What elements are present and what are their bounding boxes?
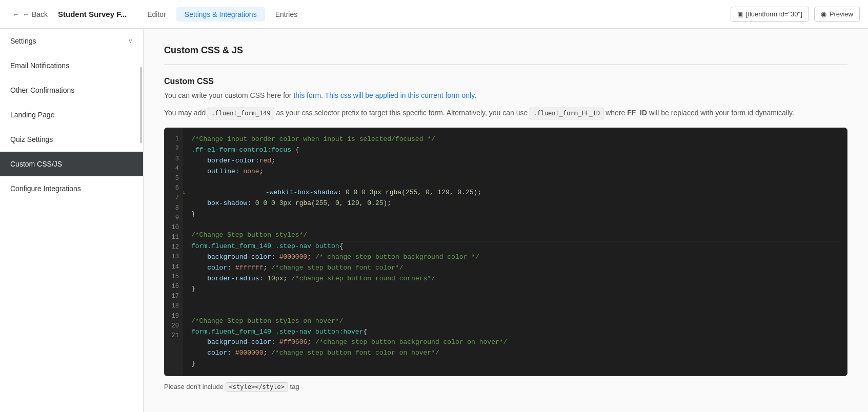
custom-css-desc: You can write your custom CSS here for t… xyxy=(164,90,847,101)
code-line-1: /*Change input border color when input i… xyxy=(191,134,839,145)
back-button[interactable]: ← ← Back xyxy=(8,8,52,20)
eye-icon: ◉ xyxy=(821,10,826,18)
code-line-5: ⚠ -webkit-box-shadow: 0 0 0 3px rgba(255… xyxy=(191,177,839,198)
code-line-12: color: #ffffff; /*change step button fon… xyxy=(191,263,839,274)
code-line-8 xyxy=(191,220,839,231)
code-line-16 xyxy=(191,305,839,316)
sidebar-label-email: Email Notifications xyxy=(10,61,69,70)
info-part3: where xyxy=(603,109,627,117)
sidebar-item-quiz-settings[interactable]: Quiz Settings xyxy=(0,127,143,152)
code-line-15 xyxy=(191,295,839,305)
sidebar-label-other: Other Confirmations xyxy=(10,86,74,94)
sidebar-label-custom-css: Custom CSS/JS xyxy=(10,160,62,168)
footer-note-part2: tag xyxy=(288,383,299,390)
top-nav: ← ← Back Student Survey F... Editor Sett… xyxy=(0,0,868,29)
selector-badge-1: .fluent_form_149 xyxy=(208,108,274,119)
sidebar-label-configure: Configure Integrations xyxy=(10,184,81,193)
code-line-2: .ff-el-form-control:focus { xyxy=(191,145,839,156)
sidebar-label-landing: Landing Page xyxy=(10,111,54,119)
code-line-18: form.fluent_form_149 .step-nav button:ho… xyxy=(191,327,839,338)
sidebar-item-settings[interactable]: Settings ∨ xyxy=(0,29,143,53)
preview-label: Preview xyxy=(830,10,853,18)
code-line-7: } xyxy=(191,209,839,220)
shortcode-icon: ▣ xyxy=(737,11,743,18)
desc-part1: You can write your custom CSS here for xyxy=(164,91,293,99)
shortcode-button[interactable]: ▣ [fluentform id="30"] xyxy=(731,7,809,22)
tab-settings[interactable]: Settings & Integrations xyxy=(176,7,265,22)
sidebar-item-custom-css-js[interactable]: Custom CSS/JS xyxy=(0,152,143,176)
page-title: Custom CSS & JS xyxy=(164,45,847,56)
css-selector-info: You may add .fluent_form_149 as your css… xyxy=(164,107,847,119)
code-line-20: color: #000000; /*change step button fon… xyxy=(191,348,839,359)
desc-link[interactable]: this form xyxy=(293,91,321,99)
info-part2: as your css selector prefix to target th… xyxy=(274,109,530,117)
custom-css-section-title: Custom CSS xyxy=(164,77,847,86)
back-label: ← Back xyxy=(23,10,48,18)
code-lines: 12345 678910 1112131415 1617181920 21 /*… xyxy=(165,128,847,376)
code-line-10: form.fluent_form_149 .step-nav button{ xyxy=(191,241,839,252)
desc-part2: . xyxy=(321,91,325,99)
title-divider xyxy=(164,64,847,65)
info-part4: will be replaced with your form id dynam… xyxy=(647,109,794,117)
sidebar-item-configure-integrations[interactable]: Configure Integrations xyxy=(0,176,143,201)
sidebar-label-settings: Settings xyxy=(10,37,36,45)
nav-tabs: Editor Settings & Integrations Entries xyxy=(139,7,730,22)
sidebar-scrollbar[interactable] xyxy=(140,67,142,144)
preview-button[interactable]: ◉ Preview xyxy=(814,7,860,22)
code-text[interactable]: /*Change input border color when input i… xyxy=(183,128,847,376)
sidebar: Settings ∨ Email Notifications Other Con… xyxy=(0,29,144,412)
sidebar-label-quiz: Quiz Settings xyxy=(10,135,53,143)
code-line-3: border-color:red; xyxy=(191,156,839,167)
footer-note-part1: Please don't include xyxy=(164,383,226,390)
chevron-down-icon: ∨ xyxy=(128,37,133,45)
code-line-11: background-color: #000000; /* change ste… xyxy=(191,252,839,263)
sidebar-item-landing-page[interactable]: Landing Page xyxy=(0,102,143,127)
line-numbers: 12345 678910 1112131415 1617181920 21 xyxy=(165,128,183,376)
form-title: Student Survey F... xyxy=(58,10,127,18)
shortcode-label: [fluentform id="30"] xyxy=(746,10,802,18)
code-editor[interactable]: 12345 678910 1112131415 1617181920 21 /*… xyxy=(164,128,847,376)
code-line-14: } xyxy=(191,284,839,295)
code-line-13: border-radius: 10px; /*change step butto… xyxy=(191,274,839,284)
tab-entries[interactable]: Entries xyxy=(267,7,306,22)
top-right-actions: ▣ [fluentform id="30"] ◉ Preview xyxy=(731,7,860,22)
sidebar-item-other-confirmations[interactable]: Other Confirmations xyxy=(0,78,143,102)
selector-badge-2: .fluent_form_FF_ID xyxy=(530,108,603,119)
info-bold: FF_ID xyxy=(627,109,647,117)
back-arrow-icon: ← xyxy=(12,10,19,18)
code-line-4: outline: none; xyxy=(191,167,839,177)
tab-editor[interactable]: Editor xyxy=(139,7,174,22)
info-part1: You may add xyxy=(164,109,208,117)
footer-note: Please don't include <style></style> tag xyxy=(164,382,847,392)
code-line-9: /*Change Step button styles*/ xyxy=(191,230,839,241)
main-content: Custom CSS & JS Custom CSS You can write… xyxy=(144,29,868,412)
code-line-19: background-color: #ff0606; /*change step… xyxy=(191,337,839,348)
desc-highlight: This css will be applied in this current… xyxy=(325,91,476,99)
sidebar-item-email-notifications[interactable]: Email Notifications xyxy=(0,53,143,78)
style-tag-badge: <style></style> xyxy=(226,382,288,392)
code-line-17: /*Change Step button styles on hover*/ xyxy=(191,316,839,327)
code-line-21: } xyxy=(191,359,839,369)
code-line-6: box-shadow: 0 0 0 3px rgba(255, 0, 129, … xyxy=(191,198,839,209)
warning-icon: ⚠ xyxy=(183,188,185,197)
layout: Settings ∨ Email Notifications Other Con… xyxy=(0,29,868,412)
